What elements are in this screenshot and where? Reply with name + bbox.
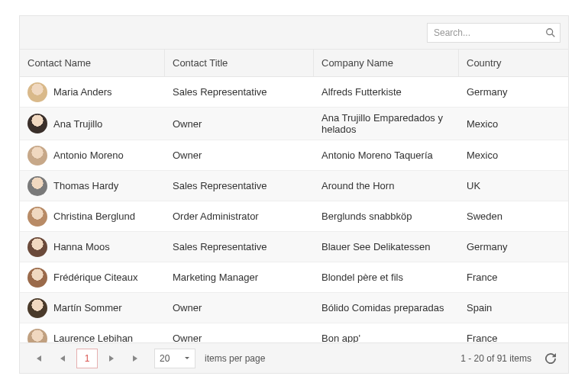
cell-company-name: Berglunds snabbköp bbox=[314, 206, 459, 227]
pager-last-button[interactable] bbox=[125, 349, 147, 368]
cell-country: Sweden bbox=[459, 206, 543, 227]
items-per-page-label: items per page bbox=[205, 353, 265, 364]
cell-contact-name: Martín Sommer bbox=[20, 294, 165, 323]
cell-company-name: Blauer See Delikatessen bbox=[314, 236, 459, 257]
cell-contact-name: Laurence Lebihan bbox=[20, 324, 165, 343]
column-header-country[interactable]: Country bbox=[459, 50, 543, 76]
cell-country: Mexico bbox=[459, 114, 543, 134]
cell-contact-title: Owner bbox=[165, 297, 314, 318]
pager-first-button[interactable] bbox=[27, 349, 49, 368]
pager-page-label: 1 bbox=[85, 353, 90, 364]
cell-country: France bbox=[459, 328, 543, 342]
table-row[interactable]: Hanna MoosSales RepresentativeBlauer See… bbox=[20, 232, 568, 262]
pager-prev-button[interactable] bbox=[52, 349, 73, 368]
cell-contact-name: Maria Anders bbox=[20, 78, 165, 107]
avatar bbox=[27, 268, 47, 288]
avatar bbox=[27, 329, 47, 343]
table-row[interactable]: Laurence LebihanOwnerBon app'France bbox=[20, 323, 568, 342]
table-row[interactable]: Frédérique CiteauxMarketing ManagerBlond… bbox=[20, 262, 568, 293]
column-header-label: Contact Name bbox=[27, 57, 91, 69]
last-page-icon bbox=[131, 354, 141, 363]
cell-contact-title: Owner bbox=[165, 114, 314, 134]
cell-company-name: Bólido Comidas preparadas bbox=[314, 297, 459, 318]
pager-current-page[interactable]: 1 bbox=[76, 349, 98, 368]
cell-contact-title: Sales Representative bbox=[165, 236, 314, 257]
grid-toolbar bbox=[20, 16, 568, 50]
prev-page-icon bbox=[59, 355, 66, 362]
table-row[interactable]: Maria AndersSales RepresentativeAlfreds … bbox=[20, 77, 568, 108]
cell-contact-title: Owner bbox=[165, 145, 314, 166]
cell-country: Mexico bbox=[459, 145, 543, 166]
pager-summary: 1 - 20 of 91 items bbox=[460, 353, 531, 364]
page-size-value: 20 bbox=[160, 353, 170, 364]
refresh-icon bbox=[545, 353, 556, 364]
pager: 1 20 items per page 1 - 20 of 91 items bbox=[20, 342, 568, 373]
cell-contact-name: Frédérique Citeaux bbox=[20, 263, 165, 292]
cell-contact-title: Sales Representative bbox=[165, 82, 314, 102]
avatar bbox=[27, 114, 47, 133]
column-header-title[interactable]: Contact Title bbox=[165, 50, 314, 76]
column-header-label: Country bbox=[467, 57, 502, 69]
cell-country: France bbox=[459, 267, 543, 288]
contact-name-text: Christina Berglund bbox=[53, 211, 135, 222]
cell-company-name: Blondel père et fils bbox=[314, 267, 459, 288]
cell-company-name: Alfreds Futterkiste bbox=[314, 82, 459, 102]
avatar bbox=[27, 207, 47, 227]
cell-contact-title: Owner bbox=[165, 328, 314, 342]
contact-name-text: Frédérique Citeaux bbox=[53, 272, 138, 283]
avatar bbox=[27, 298, 47, 318]
cell-contact-name: Christina Berglund bbox=[20, 202, 165, 231]
avatar bbox=[27, 237, 47, 257]
column-header-company[interactable]: Company Name bbox=[314, 50, 459, 76]
page-size-select[interactable]: 20 bbox=[154, 349, 195, 368]
grid-body: Maria AndersSales RepresentativeAlfreds … bbox=[20, 77, 568, 342]
cell-company-name: Bon app' bbox=[314, 328, 459, 342]
table-row[interactable]: Martín SommerOwnerBólido Comidas prepara… bbox=[20, 293, 568, 323]
cell-company-name: Ana Trujillo Emparedados y helados bbox=[314, 108, 459, 140]
cell-contact-name: Ana Trujillo bbox=[20, 109, 165, 138]
contact-name-text: Antonio Moreno bbox=[53, 149, 124, 161]
cell-contact-title: Sales Representative bbox=[165, 175, 314, 196]
contact-name-text: Hanna Moos bbox=[53, 241, 110, 252]
column-header-label: Company Name bbox=[321, 57, 393, 69]
pager-next-button[interactable] bbox=[101, 349, 122, 368]
avatar bbox=[27, 176, 47, 196]
first-page-icon bbox=[34, 354, 43, 363]
cell-country: UK bbox=[459, 175, 543, 196]
table-row[interactable]: Thomas HardySales RepresentativeAround t… bbox=[20, 171, 568, 201]
contact-name-text: Laurence Lebihan bbox=[53, 333, 133, 342]
contact-name-text: Martín Sommer bbox=[53, 302, 122, 313]
cell-company-name: Antonio Moreno Taquería bbox=[314, 145, 459, 166]
chevron-down-icon bbox=[184, 355, 190, 362]
cell-contact-title: Order Administrator bbox=[165, 206, 314, 227]
cell-contact-title: Marketing Manager bbox=[165, 267, 314, 288]
next-page-icon bbox=[108, 355, 115, 362]
search-input[interactable] bbox=[427, 23, 561, 43]
column-header-name[interactable]: Contact Name bbox=[20, 50, 165, 76]
contact-name-text: Thomas Hardy bbox=[53, 180, 118, 191]
pager-refresh-button[interactable] bbox=[541, 349, 561, 368]
contact-name-text: Ana Trujillo bbox=[53, 118, 102, 130]
cell-country: Spain bbox=[459, 297, 543, 318]
cell-contact-name: Thomas Hardy bbox=[20, 172, 165, 201]
column-header-label: Contact Title bbox=[173, 57, 228, 69]
avatar bbox=[27, 146, 47, 166]
cell-company-name: Around the Horn bbox=[314, 175, 459, 196]
contact-name-text: Maria Anders bbox=[53, 86, 112, 98]
avatar bbox=[27, 82, 47, 102]
column-header-row: Contact Name Contact Title Company Name … bbox=[20, 50, 568, 77]
cell-contact-name: Antonio Moreno bbox=[20, 141, 165, 170]
search-wrapper bbox=[427, 23, 561, 43]
table-row[interactable]: Christina BerglundOrder AdministratorBer… bbox=[20, 201, 568, 232]
data-grid: Contact Name Contact Title Company Name … bbox=[19, 15, 569, 374]
table-row[interactable]: Antonio MorenoOwnerAntonio Moreno Taquer… bbox=[20, 140, 568, 171]
cell-country: Germany bbox=[459, 82, 543, 102]
table-row[interactable]: Ana TrujilloOwnerAna Trujillo Emparedado… bbox=[20, 108, 568, 140]
cell-country: Germany bbox=[459, 236, 543, 257]
cell-contact-name: Hanna Moos bbox=[20, 233, 165, 262]
